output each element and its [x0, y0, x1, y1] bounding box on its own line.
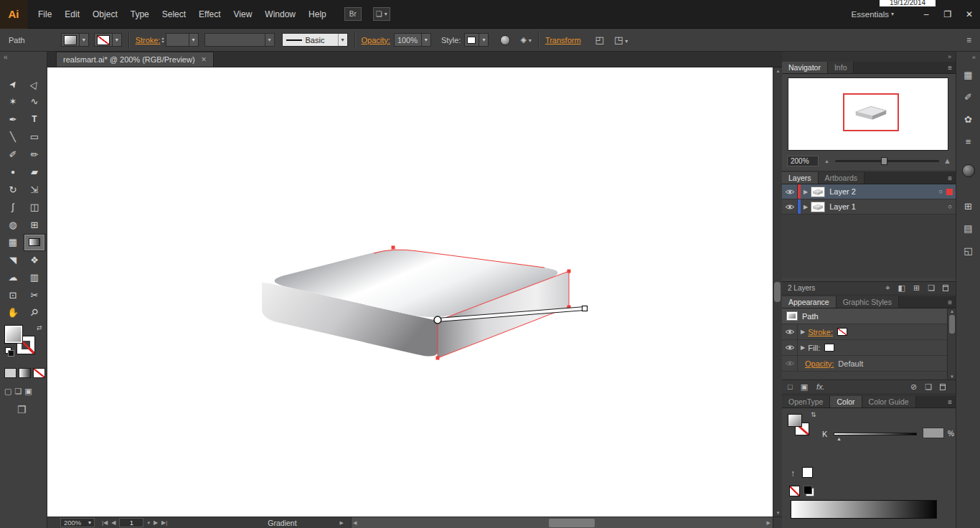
select-similar-icon[interactable]: ◈▾	[520, 35, 531, 44]
stroke-none-swatch[interactable]	[837, 328, 847, 336]
app-logo[interactable]: Ai	[0, 0, 27, 29]
transform-link[interactable]: Transform	[545, 36, 581, 44]
expand-row-icon[interactable]: ▶	[801, 329, 805, 335]
collapse-panels-icon[interactable]: »	[948, 53, 951, 60]
horizontal-scrollbar[interactable]: ◀ ▶	[351, 517, 773, 528]
width-profile-dropdown[interactable]: ▾	[204, 33, 275, 47]
tool-column-graph[interactable]: ▥	[24, 269, 45, 287]
gradient-end-handle[interactable]	[583, 306, 588, 311]
tool-slice[interactable]: ✂	[24, 286, 45, 304]
arrange-documents-icon[interactable]: ❏▾	[373, 7, 390, 21]
layer-row[interactable]: ▶ Layer 2 ○	[782, 184, 956, 199]
gradient-button[interactable]	[19, 368, 31, 378]
draw-normal-icon[interactable]: ▢	[4, 387, 11, 396]
layer-thumbnail[interactable]	[811, 202, 825, 212]
pathfinder-panel-icon[interactable]: ◱	[959, 242, 978, 259]
layer-target-icon[interactable]: ○	[939, 188, 943, 195]
new-layer-icon[interactable]: ❏	[928, 284, 935, 292]
align-objects-icon[interactable]: ◰	[595, 34, 604, 45]
appearance-stroke-row[interactable]: ▶ Stroke:	[782, 324, 956, 340]
zoom-slider-thumb[interactable]	[881, 157, 887, 165]
fill-swatch[interactable]	[824, 344, 834, 352]
new-sublayer-icon[interactable]: ⊞	[913, 284, 920, 292]
expand-row-icon[interactable]: ▶	[801, 344, 805, 351]
opacity-link[interactable]: Opacity:	[362, 36, 390, 44]
tool-hand[interactable]: ✋	[2, 304, 24, 322]
menu-window[interactable]: Window	[258, 0, 302, 29]
brushes-panel-icon[interactable]: ✐	[959, 88, 978, 105]
color-spectrum-ramp[interactable]	[791, 500, 937, 519]
fill-swatch[interactable]	[4, 325, 23, 344]
draw-inside-icon[interactable]: ▣	[24, 387, 32, 396]
white-swatch[interactable]	[802, 467, 813, 478]
tab-appearance[interactable]: Appearance	[782, 296, 837, 308]
visibility-toggle[interactable]	[782, 199, 798, 214]
selected-art-indicator[interactable]	[946, 189, 953, 195]
tab-color-guide[interactable]: Color Guide	[862, 396, 916, 407]
tab-color[interactable]: Color	[830, 396, 862, 407]
stroke-panel-link[interactable]: Stroke:	[136, 36, 161, 44]
delete-layer-icon[interactable]	[943, 285, 948, 291]
previous-color-icon[interactable]: ↑	[791, 468, 795, 478]
navigator-zoom-slider[interactable]	[835, 160, 939, 162]
tool-line-segment[interactable]: ╲	[2, 128, 24, 146]
last-artboard-button[interactable]: ▶|	[161, 519, 167, 526]
stroke-color-dropdown[interactable]: ▾	[94, 33, 122, 47]
fill-attribute-label[interactable]: Fill:	[808, 344, 820, 352]
panel-menu-icon[interactable]: ≡	[948, 398, 952, 406]
tool-blend[interactable]: ❖	[24, 251, 45, 269]
layer-name[interactable]: Layer 2	[829, 187, 856, 196]
align-panel-icon[interactable]: ▤	[959, 220, 978, 237]
navigator-zoom-field[interactable]: 200%	[787, 156, 819, 166]
visibility-toggle[interactable]	[782, 184, 798, 199]
locate-object-icon[interactable]: ⌖	[885, 284, 890, 292]
menu-help[interactable]: Help	[302, 0, 333, 29]
k-slider-thumb[interactable]: ▲	[837, 436, 842, 441]
swap-colors-icon[interactable]: ⇅	[811, 411, 816, 418]
appearance-scroll-thumb[interactable]	[949, 315, 955, 334]
style-dropdown[interactable]: ▾	[464, 33, 489, 47]
zoom-level-dropdown[interactable]: 200%▾	[60, 518, 95, 527]
tool-width[interactable]: ∫	[2, 199, 24, 217]
color-button[interactable]	[4, 368, 17, 378]
visibility-toggle[interactable]	[782, 324, 798, 339]
canvas[interactable]: ▲ ▼	[47, 67, 782, 517]
status-flyout-icon[interactable]: ▶	[340, 520, 344, 526]
visibility-toggle[interactable]	[782, 340, 798, 355]
tool-selection[interactable]: ➤	[2, 75, 24, 93]
tool-scale[interactable]: ⇲	[24, 181, 45, 199]
document-tab[interactable]: realsmart.ai* @ 200% (RGB/Preview) ×	[56, 52, 214, 67]
recolor-artwork-icon[interactable]	[500, 35, 510, 45]
tool-symbol-sprayer[interactable]: ☁	[2, 269, 24, 287]
tool-blob-brush[interactable]: ●	[2, 164, 24, 182]
layer-name[interactable]: Layer 1	[829, 202, 856, 211]
tool-gradient[interactable]	[24, 234, 45, 252]
tool-eyedropper[interactable]: ◥	[2, 251, 24, 269]
tool-perspective-grid[interactable]: ⊞	[24, 216, 45, 234]
menu-file[interactable]: File	[32, 0, 58, 29]
layer-thumbnail[interactable]	[811, 187, 825, 197]
screen-mode-button[interactable]: ❐	[17, 404, 27, 415]
brush-definition-dropdown[interactable]: Basic▾	[282, 33, 348, 47]
menu-effect[interactable]: Effect	[192, 0, 227, 29]
opacity-dropdown[interactable]: 100%▾	[394, 33, 431, 47]
close-tab-icon[interactable]: ×	[202, 55, 207, 65]
expand-dock-icon[interactable]: «	[972, 54, 976, 61]
stroke-panel-icon[interactable]: ≡	[959, 133, 978, 150]
none-swatch[interactable]	[789, 486, 800, 496]
first-artboard-button[interactable]: |◀	[102, 519, 108, 526]
tab-info[interactable]: Info	[828, 62, 854, 73]
add-new-stroke-icon[interactable]: □	[788, 383, 793, 391]
tool-pencil[interactable]: ✏	[24, 146, 45, 164]
fill-color-dropdown[interactable]: ▾	[61, 33, 89, 47]
panel-menu-icon[interactable]: ≡	[948, 64, 952, 72]
k-channel-slider[interactable]	[834, 433, 917, 435]
expand-layer-icon[interactable]: ▶	[804, 204, 808, 210]
collapse-toolbar-icon[interactable]: «	[4, 53, 8, 61]
menu-edit[interactable]: Edit	[58, 0, 86, 29]
tab-artboards[interactable]: Artboards	[819, 172, 865, 184]
previous-artboard-button[interactable]: ◀	[111, 519, 116, 526]
stroke-attribute-label[interactable]: Stroke:	[808, 328, 833, 336]
fill-proxy-swatch[interactable]	[788, 414, 802, 427]
tab-navigator[interactable]: Navigator	[782, 62, 828, 73]
